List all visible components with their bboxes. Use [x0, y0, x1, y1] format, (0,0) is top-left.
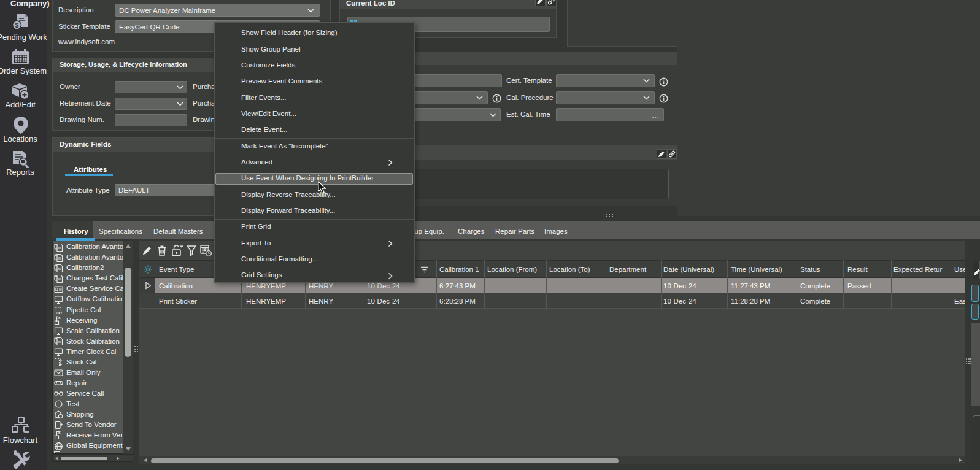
- svg-text:$: $: [15, 22, 19, 29]
